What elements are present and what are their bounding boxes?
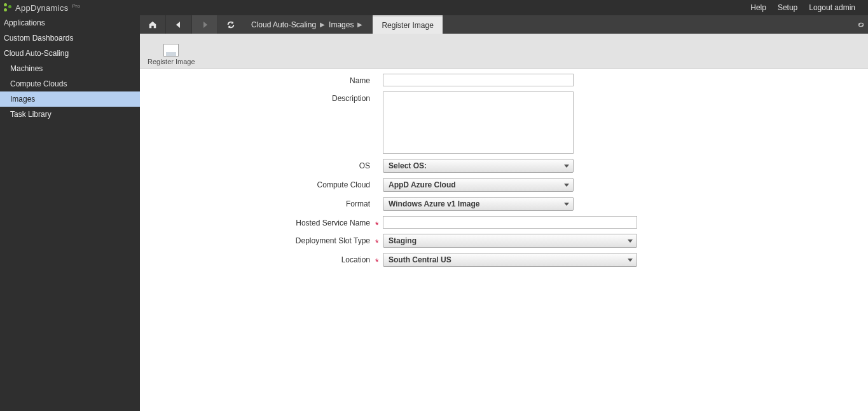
register-image-label: Register Image (148, 58, 195, 65)
chevron-down-icon (628, 259, 633, 262)
row-os: OS Select OS: (140, 159, 868, 173)
link-icon (857, 20, 865, 29)
label-compute-cloud: Compute Cloud (140, 178, 374, 189)
label-name: Name (140, 74, 374, 85)
main-area: Cloud Auto-Scaling ▶ Images ▶ Register I… (140, 15, 868, 411)
label-description: Description (140, 91, 374, 103)
name-input[interactable] (383, 74, 574, 86)
label-deployment-slot: Deployment Slot Type (140, 234, 374, 245)
chevron-right-icon: ▶ (320, 21, 325, 28)
top-header: AppDynamics Pro Help Setup Logout admin (0, 0, 868, 15)
label-location: Location (140, 253, 374, 264)
hosted-service-input[interactable] (383, 216, 637, 229)
nav-home-button[interactable] (140, 15, 166, 34)
required-marker: * (375, 238, 380, 248)
row-name: Name (140, 74, 868, 86)
compute-cloud-value: AppD Azure Cloud (389, 180, 456, 189)
location-dropdown[interactable]: South Central US (383, 253, 637, 267)
tab-register-image[interactable]: Register Image (373, 15, 442, 34)
row-hosted-service: Hosted Service Name * (140, 216, 868, 229)
chevron-down-icon (564, 203, 569, 206)
register-image-icon (163, 44, 179, 57)
nav-forward-button[interactable] (192, 15, 218, 34)
logout-link[interactable]: Logout admin (809, 3, 855, 12)
chevron-down-icon (628, 239, 633, 243)
setup-link[interactable]: Setup (778, 3, 797, 12)
sidebar-item-compute-clouds[interactable]: Compute Clouds (0, 76, 140, 91)
brand-icon (4, 3, 13, 12)
os-value: Select OS: (389, 161, 427, 170)
tab-label: Register Image (382, 21, 433, 30)
forward-icon (202, 22, 208, 28)
compute-cloud-dropdown[interactable]: AppD Azure Cloud (383, 178, 574, 192)
required-marker: * (375, 257, 380, 267)
sidebar-item-images[interactable]: Images (0, 91, 140, 107)
format-dropdown[interactable]: Windows Azure v1 Image (383, 197, 574, 211)
row-location: Location * South Central US (140, 253, 868, 267)
row-compute-cloud: Compute Cloud AppD Azure Cloud (140, 178, 868, 192)
brand-logo: AppDynamics Pro (0, 3, 80, 13)
label-hosted-service: Hosted Service Name (140, 216, 374, 227)
deployment-slot-dropdown[interactable]: Staging (383, 234, 637, 248)
form-content: Name Description OS Select OS: (140, 69, 868, 411)
brand-name: AppDynamics (15, 3, 69, 13)
row-deployment-slot: Deployment Slot Type * Staging (140, 234, 868, 248)
back-icon (176, 22, 182, 28)
description-input[interactable] (383, 91, 574, 154)
row-description: Description (140, 91, 868, 154)
sidebar: Applications Custom Dashboards Cloud Aut… (0, 15, 140, 411)
sidebar-item-custom-dashboards[interactable]: Custom Dashboards (0, 30, 140, 46)
chevron-right-icon: ▶ (357, 21, 362, 28)
deployment-slot-value: Staging (389, 236, 417, 245)
refresh-icon (226, 20, 235, 29)
required-marker: * (375, 220, 380, 230)
location-value: South Central US (389, 255, 451, 264)
breadcrumb: Cloud Auto-Scaling ▶ Images ▶ (244, 15, 370, 34)
sub-toolbar: Register Image (140, 34, 868, 69)
format-value: Windows Azure v1 Image (389, 199, 479, 208)
nav-link-icon[interactable] (854, 15, 868, 34)
row-format: Format Windows Azure v1 Image (140, 197, 868, 211)
nav-back-button[interactable] (166, 15, 192, 34)
home-icon (148, 20, 157, 29)
help-link[interactable]: Help (750, 3, 766, 12)
nav-refresh-button[interactable] (218, 15, 244, 34)
register-image-button[interactable]: Register Image (148, 44, 195, 68)
label-format: Format (140, 197, 374, 208)
sidebar-item-machines[interactable]: Machines (0, 61, 140, 76)
sidebar-item-task-library[interactable]: Task Library (0, 107, 140, 122)
nav-toolbar: Cloud Auto-Scaling ▶ Images ▶ Register I… (140, 15, 868, 34)
chevron-down-icon (564, 184, 569, 187)
breadcrumb-item-1[interactable]: Images (329, 20, 354, 29)
brand-suffix: Pro (72, 3, 80, 9)
chevron-down-icon (564, 165, 569, 168)
os-dropdown[interactable]: Select OS: (383, 159, 574, 173)
breadcrumb-item-0[interactable]: Cloud Auto-Scaling (251, 20, 316, 29)
sidebar-item-applications[interactable]: Applications (0, 15, 140, 30)
top-right-links: Help Setup Logout admin (750, 3, 868, 12)
sidebar-item-cloud-auto-scaling[interactable]: Cloud Auto-Scaling (0, 46, 140, 61)
label-os: OS (140, 159, 374, 170)
